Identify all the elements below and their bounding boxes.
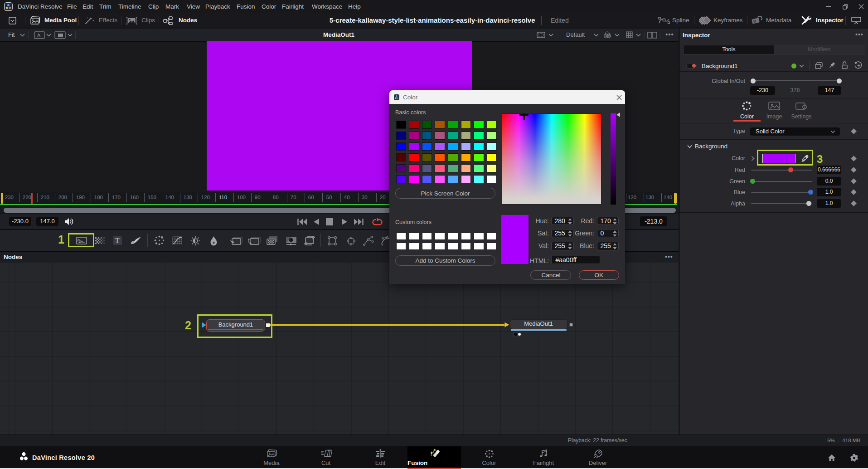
svg-text:A: A xyxy=(37,33,41,38)
